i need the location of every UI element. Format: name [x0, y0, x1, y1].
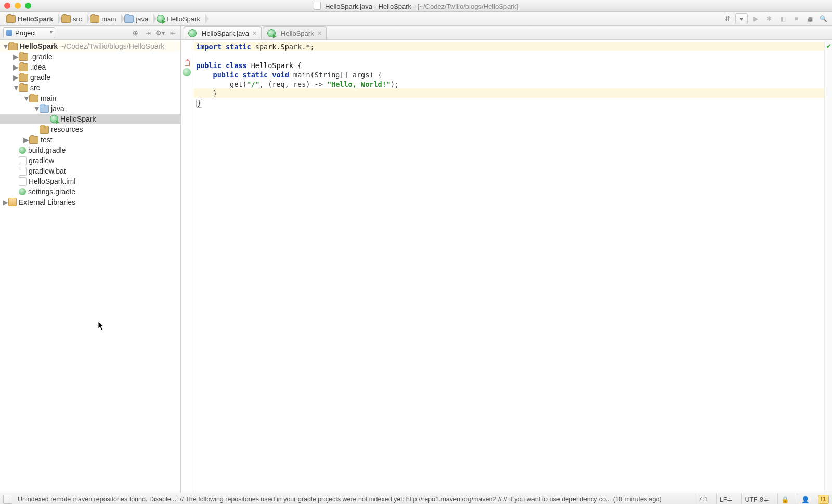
editor-gutter[interactable] [181, 40, 193, 493]
folder-icon [90, 15, 99, 23]
build-icon[interactable]: ⇵ [722, 14, 733, 24]
file-icon [19, 177, 27, 186]
notification-badge[interactable]: !1 [818, 495, 829, 504]
crumb-main[interactable]: main [87, 12, 121, 25]
class-icon [157, 15, 165, 23]
tree-item[interactable]: resources [0, 124, 180, 135]
hector-icon[interactable]: 👤 [798, 493, 813, 504]
window-zoom-button[interactable] [25, 3, 31, 9]
tree-item[interactable]: gradlew [0, 155, 180, 166]
crumb-label: src [73, 15, 82, 23]
tree-root-path: ~/Codez/Twilio/blogs/HelloSpark [60, 42, 164, 50]
code-editor[interactable]: import static spark.Spark.*; public clas… [181, 40, 832, 493]
project-structure-icon[interactable]: ▦ [804, 14, 815, 24]
disclosure-triangle[interactable]: ▶ [12, 63, 19, 71]
window-minimize-button[interactable] [15, 3, 21, 9]
crumb-java[interactable]: java [121, 12, 153, 25]
tree-item-label: java [51, 104, 64, 113]
gutter-class-marker[interactable] [183, 59, 191, 67]
file-icon [314, 2, 321, 10]
title-project: HelloSpark [379, 3, 412, 10]
disclosure-triangle[interactable]: ▼ [23, 94, 29, 102]
tree-item[interactable]: ▶.gradle [0, 51, 180, 62]
coverage-icon[interactable]: ◧ [777, 14, 788, 24]
collapse-icon[interactable]: ⇥ [143, 28, 152, 37]
folder-icon [29, 95, 38, 102]
tree-item-label: .idea [30, 63, 46, 71]
stop-icon[interactable]: ■ [790, 14, 802, 24]
crumb-project[interactable]: HelloSpark [3, 12, 58, 25]
project-view-selector[interactable]: Project [3, 27, 55, 38]
mouse-cursor [98, 321, 104, 330]
folder-icon [61, 15, 71, 23]
crumb-src[interactable]: src [58, 12, 87, 25]
file-encoding[interactable]: UTF-8≑ [741, 493, 772, 504]
navigation-bar: HelloSpark src main java HelloSpark ⇵ ▾ … [0, 12, 832, 26]
tree-item[interactable]: ▼java [0, 103, 180, 114]
run-icon[interactable]: ▶ [750, 14, 761, 24]
tree-item[interactable]: settings.gradle [0, 187, 180, 197]
tool-window-quick-access-icon[interactable] [3, 495, 12, 504]
disclosure-triangle[interactable]: ▶ [12, 73, 19, 82]
settings-icon[interactable]: ⚙▾ [155, 28, 165, 37]
tree-item-label: HelloSpark.iml [29, 177, 75, 185]
folder-icon [19, 53, 28, 61]
tree-item-label: gradlew [29, 156, 54, 165]
external-libraries[interactable]: ▶ External Libraries [0, 197, 180, 207]
disclosure-triangle[interactable]: ▶ [2, 198, 8, 206]
debug-icon[interactable]: ✱ [763, 14, 775, 24]
tree-item[interactable]: build.gradle [0, 145, 180, 155]
run-config-dropdown[interactable]: ▾ [735, 13, 748, 24]
editor-tab-hellospark-run[interactable]: HelloSpark ✕ [263, 26, 327, 39]
crumb-class[interactable]: HelloSpark [153, 12, 205, 25]
caret-position[interactable]: 7:1 [695, 493, 710, 504]
class-icon [50, 115, 58, 123]
gutter-run-marker[interactable] [183, 68, 191, 76]
folder-icon [29, 136, 38, 144]
tree-item[interactable]: ▼main [0, 93, 180, 103]
status-message[interactable]: Unindexed remote maven repositories foun… [18, 496, 690, 503]
project-tool-window: Project ⊕ ⇥ ⚙▾ ⇤ ▼ HelloSpark ~/Codez/Tw… [0, 26, 181, 493]
disclosure-triangle[interactable]: ▶ [23, 136, 29, 144]
tree-item[interactable]: ▼src [0, 83, 180, 93]
tree-item[interactable]: HelloSpark.iml [0, 176, 180, 187]
close-icon[interactable]: ✕ [252, 30, 257, 37]
file-icon [19, 156, 27, 165]
folder-icon [8, 43, 18, 50]
editor-tab-hellospark-java[interactable]: HelloSpark.java ✕ [184, 26, 262, 39]
tree-item[interactable]: HelloSpark [0, 114, 180, 124]
error-stripe[interactable]: ✔ [824, 40, 832, 493]
disclosure-triangle[interactable]: ▼ [2, 42, 8, 50]
library-icon [8, 198, 17, 206]
project-panel-header: Project ⊕ ⇥ ⚙▾ ⇤ [0, 26, 180, 40]
disclosure-triangle[interactable]: ▼ [12, 84, 19, 92]
disclosure-triangle[interactable]: ▶ [12, 52, 19, 61]
disclosure-triangle[interactable]: ▼ [33, 104, 40, 113]
tree-item[interactable]: ▶gradle [0, 72, 180, 83]
tree-item-label: test [41, 136, 53, 144]
search-icon[interactable]: 🔍 [817, 14, 829, 24]
tree-item-label: gradlew.bat [29, 167, 66, 175]
crumb-label: HelloSpark [167, 15, 200, 23]
folder-icon [40, 105, 49, 113]
locate-icon[interactable]: ⊕ [131, 28, 140, 37]
tree-item[interactable]: ▶.idea [0, 62, 180, 72]
folder-icon [124, 15, 134, 23]
readonly-toggle-icon[interactable]: 🔒 [777, 493, 792, 504]
close-icon[interactable]: ✕ [317, 30, 322, 37]
line-separator[interactable]: LF≑ [716, 493, 736, 504]
folder-icon [19, 74, 28, 82]
title-file: HelloSpark.java [325, 3, 372, 10]
hide-icon[interactable]: ⇤ [168, 28, 177, 37]
project-tree[interactable]: ▼ HelloSpark ~/Codez/Twilio/blogs/HelloS… [0, 40, 180, 493]
tree-root[interactable]: ▼ HelloSpark ~/Codez/Twilio/blogs/HelloS… [0, 41, 180, 51]
tree-item[interactable]: gradlew.bat [0, 166, 180, 176]
project-view-label: Project [15, 29, 36, 37]
editor-tabbar: HelloSpark.java ✕ HelloSpark ✕ [181, 26, 832, 40]
tab-label: HelloSpark.java [202, 30, 249, 37]
tree-item[interactable]: ▶test [0, 135, 180, 145]
tree-item-label: main [41, 94, 56, 102]
window-close-button[interactable] [4, 3, 10, 9]
folder-icon [6, 15, 16, 23]
tree-root-label: HelloSpark [20, 42, 58, 50]
